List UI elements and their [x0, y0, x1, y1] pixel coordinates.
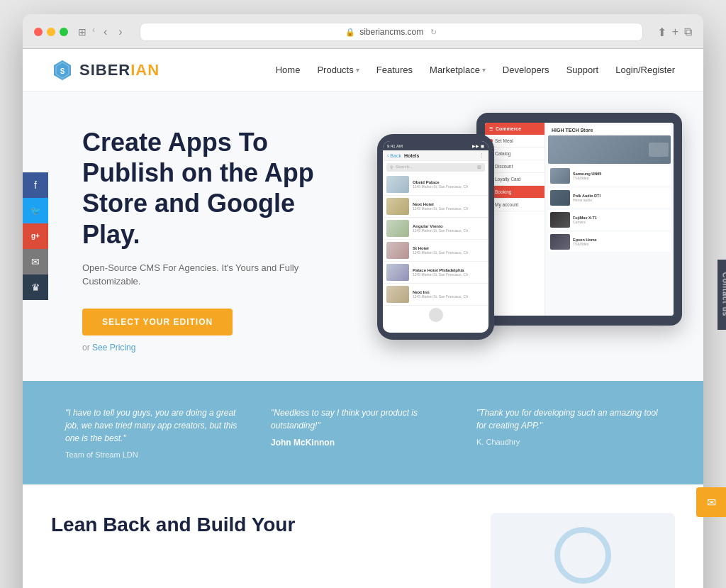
- twitter-icon: 🐦: [30, 206, 41, 216]
- bottom-section: Lean Back and Build Your: [23, 484, 703, 588]
- phone-hotel-item[interactable]: St Hotel 1245 Market St, San Francisco, …: [383, 240, 488, 262]
- tabs-button[interactable]: ⧉: [684, 26, 692, 38]
- hotel-image: [386, 264, 409, 281]
- social-sidebar: f 🐦 g+ ✉ ♛: [23, 172, 48, 300]
- hero-subtitle: Open-Source CMS For Agencies. It's Yours…: [82, 261, 352, 289]
- tablet-main-content: HIGH TECH Store: [545, 123, 674, 316]
- hotel-image: [386, 220, 409, 237]
- browser-window: ⊞ ‹ ‹ › 🔒 siberiancms.com ↻ ⬆ + ⧉: [23, 14, 703, 588]
- hotel-info: Next Inn 1245 Market St, San Francisco, …: [413, 290, 468, 299]
- phone-menu-icon[interactable]: ⋮: [479, 152, 484, 158]
- hotel-image: [386, 286, 409, 303]
- nav-marketplace[interactable]: Marketplace ▾: [430, 65, 486, 75]
- select-edition-button[interactable]: SELECT YOUR EDITION: [82, 309, 233, 335]
- product-info: Epson Home TV&Video: [573, 238, 669, 246]
- hotel-image: [386, 198, 409, 215]
- social-email-button[interactable]: ✉: [23, 249, 48, 274]
- product-image: [550, 234, 570, 250]
- close-button[interactable]: [34, 28, 43, 36]
- minimize-button[interactable]: [47, 28, 55, 36]
- new-tab-button[interactable]: +: [672, 26, 678, 38]
- product-image: [550, 168, 570, 184]
- tablet-product-item[interactable]: Polk Audio RTI Home audio: [548, 188, 671, 208]
- google-plus-icon: g+: [31, 232, 40, 240]
- contact-tab[interactable]: Contact us: [717, 259, 726, 329]
- tablet-banner-image: [548, 135, 671, 164]
- hero-section: f 🐦 g+ ✉ ♛ Create Apps To Publish on the…: [23, 91, 703, 381]
- forward-button[interactable]: ›: [116, 24, 125, 40]
- hero-title: Create Apps To Publish on the App Store …: [82, 127, 352, 250]
- phone-search-bar[interactable]: ⚲ Search... ⊞: [386, 163, 485, 172]
- social-twitter-button[interactable]: 🐦: [23, 198, 48, 223]
- testimonial-2: "Needless to say I think your product is…: [271, 406, 455, 459]
- tablet-screen: ☰ Commerce Set Meal Catalog: [485, 123, 674, 316]
- testimonial-3: "Thank you for developing such an amazin…: [476, 406, 661, 459]
- blue-circle-graphic: [554, 527, 611, 584]
- tablet-product-item[interactable]: Samsung UN65 TV&Video: [548, 166, 671, 186]
- products-dropdown-arrow: ▾: [356, 66, 359, 74]
- hotel-info: Palace Hotel Philadelphia 1245 Market St…: [413, 268, 468, 277]
- website-content: S SIBERIAN Home Products ▾ Features: [23, 49, 703, 588]
- svg-text:S: S: [60, 67, 65, 75]
- nav-home[interactable]: Home: [276, 65, 301, 75]
- contact-email-button[interactable]: ✉: [696, 487, 726, 517]
- marketplace-dropdown-arrow: ▾: [482, 66, 486, 74]
- phone-hotel-list: Obeid Palace 1245 Market St, San Francis…: [383, 174, 488, 306]
- nav-login[interactable]: Login/Register: [615, 65, 675, 75]
- site-header: S SIBERIAN Home Products ▾ Features: [23, 49, 703, 91]
- phone-hotel-item[interactable]: Palace Hotel Philadelphia 1245 Market St…: [383, 262, 488, 284]
- nav-products[interactable]: Products ▾: [317, 65, 359, 75]
- facebook-icon: f: [34, 179, 37, 191]
- maximize-button[interactable]: [60, 28, 68, 36]
- testimonial-text: "I have to tell you guys, you are doing …: [65, 406, 250, 445]
- testimonial-author: Team of Stream LDN: [65, 450, 250, 459]
- tablet-product-item[interactable]: FujiMax X-T1 Camera: [548, 210, 671, 230]
- logo-hexagon-icon: S: [51, 59, 74, 82]
- browser-chrome: ⊞ ‹ ‹ › 🔒 siberiancms.com ↻ ⬆ + ⧉: [23, 14, 703, 49]
- share-button[interactable]: ⬆: [657, 26, 666, 39]
- address-bar[interactable]: 🔒 siberiancms.com ↻: [140, 23, 643, 41]
- hotel-info: St Hotel 1245 Market St, San Francisco, …: [413, 246, 468, 255]
- phone-hotel-item[interactable]: Next Inn 1245 Market St, San Francisco, …: [383, 284, 488, 306]
- hotel-info: Next Hotel 1245 Market St, San Francisco…: [413, 202, 468, 211]
- social-facebook-button[interactable]: f: [23, 172, 48, 198]
- phone-hotel-item[interactable]: Next Hotel 1245 Market St, San Francisco…: [383, 196, 488, 218]
- social-crown-button[interactable]: ♛: [23, 274, 48, 300]
- logo[interactable]: S SIBERIAN: [51, 59, 160, 82]
- phone-hotel-item[interactable]: Obeid Palace 1245 Market St, San Francis…: [383, 174, 488, 196]
- testimonials-section: "I have to tell you guys, you are doing …: [23, 381, 703, 484]
- product-info: Polk Audio RTI Home audio: [573, 194, 669, 202]
- phone-nav-bar: ‹ Back Hotels ⋮: [383, 150, 488, 161]
- nav-features[interactable]: Features: [376, 65, 413, 75]
- product-image: [550, 212, 570, 228]
- phone-nav-title: Hotels: [404, 153, 419, 158]
- url-text: siberiancms.com: [359, 27, 423, 37]
- search-icon: ⚲: [390, 165, 393, 170]
- bottom-title: Lean Back and Build Your: [51, 513, 462, 537]
- traffic-lights: [34, 28, 68, 36]
- testimonial-author: John McKinnon: [271, 438, 455, 448]
- hotel-info: Obeid Palace 1245 Market St, San Francis…: [413, 180, 468, 189]
- tablet-product-item[interactable]: Epson Home TV&Video: [548, 232, 671, 252]
- nav-developers[interactable]: Developers: [503, 65, 549, 75]
- main-nav: Home Products ▾ Features Marketplace ▾ D…: [276, 65, 675, 75]
- back-button[interactable]: ‹: [101, 24, 110, 40]
- email-icon: ✉: [707, 496, 716, 509]
- hotel-image: [386, 176, 409, 193]
- sidebar-toggle-button[interactable]: ⊞: [74, 25, 91, 39]
- phone-home-button[interactable]: [429, 308, 443, 322]
- tablet-menu-set-meal[interactable]: Set Meal: [485, 135, 544, 148]
- tablet-commerce-header: ☰ Commerce: [485, 123, 544, 135]
- phone-status-bar: 9:41 AM ▶▶ ◼: [383, 141, 488, 150]
- refresh-icon[interactable]: ↻: [430, 28, 437, 37]
- crown-icon: ♛: [31, 282, 40, 293]
- bottom-text: Lean Back and Build Your: [51, 513, 462, 588]
- see-pricing-link[interactable]: See Pricing: [92, 343, 135, 353]
- nav-support[interactable]: Support: [566, 65, 599, 75]
- phone-back-button[interactable]: ‹ Back: [387, 153, 401, 158]
- product-image: [550, 190, 570, 206]
- phone-mockup: 9:41 AM ▶▶ ◼ ‹ Back Hotels ⋮ ⚲: [377, 134, 494, 340]
- testimonial-text: "Thank you for developing such an amazin…: [476, 406, 661, 432]
- social-google-button[interactable]: g+: [23, 223, 48, 249]
- phone-hotel-item[interactable]: Angular Viento 1245 Market St, San Franc…: [383, 218, 488, 240]
